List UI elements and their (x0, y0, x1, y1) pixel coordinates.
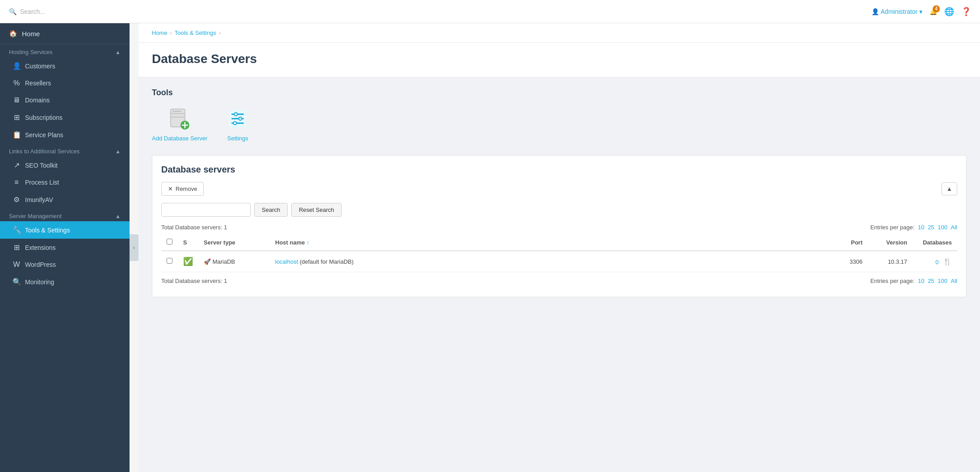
admin-menu[interactable]: 👤 Administrator ▾ (871, 8, 922, 15)
sidebar-item-subscriptions[interactable]: ⊞ Subscriptions (0, 109, 130, 126)
hosting-collapse-icon[interactable]: ▲ (115, 49, 121, 55)
database-servers-table: S Server type Host name Port Version Dat… (161, 234, 957, 272)
breadcrumb-home[interactable]: Home (152, 30, 168, 36)
total-label-bottom: Total Database servers: 1 (161, 278, 227, 284)
host-link[interactable]: localhost (275, 258, 298, 265)
sidebar-item-process-list[interactable]: ≡ Process List (0, 174, 130, 191)
entries-per-page-top: Entries per page: 10 25 100 All (870, 224, 957, 231)
sidebar-item-monitoring-label: Monitoring (25, 278, 54, 286)
page-title: Database Servers (152, 52, 967, 66)
settings-icon-container (225, 106, 250, 131)
entries-100-bottom[interactable]: 100 (938, 278, 947, 284)
globe-icon[interactable]: 🌐 (944, 7, 954, 17)
entries-label-top: Entries per page: (870, 224, 914, 231)
server-section-label: Server Management (9, 213, 62, 219)
collapse-table-button[interactable]: ▲ (942, 182, 957, 195)
col-header-s: S (178, 234, 198, 251)
info-row-top: Total Database servers: 1 Entries per pa… (161, 224, 957, 231)
sidebar: 🏠 Home Hosting Services ▲ 👤 Customers % … (0, 23, 130, 472)
entries-all-bottom[interactable]: All (951, 278, 957, 284)
sidebar-item-subscriptions-label: Subscriptions (25, 114, 63, 121)
notifications-button[interactable]: 🔔 4 (930, 8, 937, 15)
breadcrumb-sep-1: › (170, 30, 172, 36)
entries-25-bottom[interactable]: 25 (928, 278, 934, 284)
sidebar-item-extensions-label: Extensions (25, 244, 55, 251)
help-icon[interactable]: ❓ (961, 7, 971, 17)
reset-search-button[interactable]: Reset Search (291, 203, 342, 217)
collapse-icon: ▲ (946, 185, 952, 192)
svg-point-10 (235, 113, 237, 115)
imunify-icon: ⚙ (13, 195, 21, 204)
sidebar-item-wordpress[interactable]: W WordPress (0, 256, 130, 273)
svg-rect-3 (172, 111, 181, 112)
breadcrumb: Home › Tools & Settings › (138, 23, 980, 43)
main-content: Home › Tools & Settings › Database Serve… (138, 23, 980, 472)
col-header-hostname[interactable]: Host name (270, 234, 823, 251)
db-search-input[interactable] (161, 203, 251, 217)
search-input[interactable] (20, 8, 154, 15)
row-databases-count[interactable]: 0 (935, 259, 938, 266)
subscriptions-icon: ⊞ (13, 113, 21, 122)
process-icon: ≡ (13, 178, 21, 186)
svg-point-16 (234, 122, 236, 124)
entries-100-top[interactable]: 100 (938, 224, 947, 231)
server-type-rocket-icon: 🚀 (204, 258, 211, 265)
entries-10-bottom[interactable]: 10 (918, 278, 924, 284)
sidebar-item-tools-settings[interactable]: 🔧 Tools & Settings (0, 221, 130, 239)
sidebar-item-tools-label: Tools & Settings (25, 227, 70, 234)
sidebar-item-domains[interactable]: 🖥 Domains (0, 92, 130, 109)
add-db-label: Add Database Server (152, 135, 207, 142)
info-row-bottom: Total Database servers: 1 Entries per pa… (161, 278, 957, 284)
search-area[interactable]: 🔍 (9, 8, 871, 15)
col-header-port: Port (823, 234, 868, 251)
search-button[interactable]: Search (254, 203, 288, 217)
hostname-label: Host name (275, 239, 305, 246)
sidebar-item-extensions[interactable]: ⊞ Extensions (0, 239, 130, 256)
entries-all-top[interactable]: All (951, 224, 957, 231)
sidebar-item-imunifyav[interactable]: ⚙ ImunifyAV (0, 191, 130, 208)
entries-25-top[interactable]: 25 (928, 224, 934, 231)
server-type-label: MariaDB (213, 258, 235, 265)
row-status-cell: ✅ (178, 251, 198, 272)
row-action-icon[interactable]: 🍴 (943, 258, 952, 266)
sidebar-item-resellers[interactable]: % Resellers (0, 75, 130, 92)
tools-section-title: Tools (152, 88, 967, 97)
add-db-icon-container (167, 106, 192, 131)
customers-icon: 👤 (13, 62, 21, 70)
col-header-server-type: Server type (198, 234, 270, 251)
links-section-label: Links to Additional Services (9, 148, 80, 155)
links-collapse-icon[interactable]: ▲ (115, 148, 121, 155)
sidebar-section-server: Server Management ▲ (0, 208, 130, 221)
sidebar-collapse-button[interactable]: ‹ (130, 234, 138, 261)
sidebar-item-service-plans[interactable]: 📋 Service Plans (0, 126, 130, 143)
sidebar-item-seo-label: SEO Toolkit (25, 162, 58, 169)
select-all-checkbox[interactable] (167, 239, 172, 244)
row-checkbox-cell[interactable] (161, 251, 178, 272)
admin-label: Administrator (881, 8, 917, 15)
remove-icon: ✕ (168, 185, 173, 192)
search-button-label: Search (262, 206, 280, 213)
host-suffix: (default for MariaDB) (300, 258, 354, 265)
server-collapse-icon[interactable]: ▲ (115, 213, 121, 219)
remove-button[interactable]: ✕ Remove (161, 182, 204, 196)
total-label-top: Total Database servers: 1 (161, 224, 227, 231)
row-version-cell: 10.3.17 (868, 251, 913, 272)
breadcrumb-tools-settings[interactable]: Tools & Settings (175, 30, 216, 36)
sidebar-item-monitoring[interactable]: 🔍 Monitoring (0, 273, 130, 291)
seo-icon: ↗ (13, 161, 21, 169)
col-header-databases: Databases (913, 234, 957, 251)
row-port: 3306 (850, 258, 863, 265)
entries-10-top[interactable]: 10 (918, 224, 924, 231)
settings-tool[interactable]: Settings (225, 106, 250, 142)
domains-icon: 🖥 (13, 96, 21, 104)
topbar: 🔍 👤 Administrator ▾ 🔔 4 🌐 ❓ (0, 0, 980, 23)
add-database-server-tool[interactable]: Add Database Server (152, 106, 207, 142)
sidebar-item-seo-toolkit[interactable]: ↗ SEO Toolkit (0, 156, 130, 174)
remove-label: Remove (176, 185, 197, 192)
sidebar-item-home[interactable]: 🏠 Home (0, 23, 130, 44)
database-servers-section: Database servers ✕ Remove ▲ Search (152, 155, 967, 297)
row-checkbox[interactable] (167, 258, 172, 264)
row-port-cell: 3306 (823, 251, 868, 272)
sidebar-item-imunify-label: ImunifyAV (25, 196, 53, 203)
sidebar-item-customers[interactable]: 👤 Customers (0, 57, 130, 75)
